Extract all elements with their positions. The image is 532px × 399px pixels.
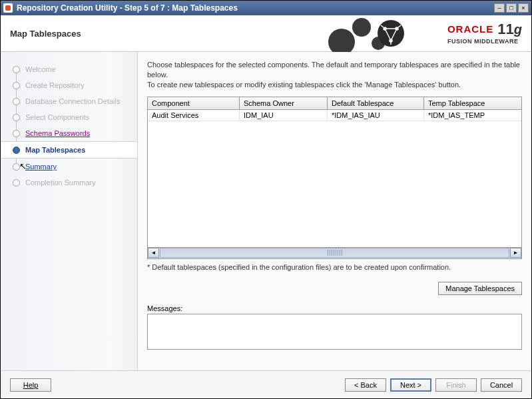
step-create-repository: Create Repository: [1, 77, 137, 93]
maximize-button[interactable]: □: [506, 3, 517, 13]
cursor-icon: ↖: [19, 161, 27, 171]
logo-brand: ORACLE: [447, 23, 493, 35]
scroll-right-icon[interactable]: ►: [510, 248, 521, 258]
step-dot-icon: [13, 66, 20, 73]
step-completion-summary: Completion Summary: [1, 175, 137, 191]
th-schema-owner[interactable]: Schema Owner: [240, 97, 328, 109]
cell-component: Audit Services: [148, 110, 240, 121]
svg-point-0: [328, 29, 355, 52]
step-dot-icon: [13, 179, 20, 187]
window-title: Repository Creation Utility - Step 5 of …: [17, 3, 494, 13]
th-default-tablespace[interactable]: Default Tablespace: [328, 97, 424, 109]
step-dot-icon: [13, 98, 20, 105]
table-header-row: Component Schema Owner Default Tablespac…: [148, 97, 521, 110]
close-button[interactable]: ×: [518, 3, 529, 13]
table-body: Audit Services IDM_IAU *IDM_IAS_IAU *IDM…: [148, 110, 521, 247]
minimize-button[interactable]: –: [494, 3, 505, 13]
wizard-sidebar: ↖ Welcome Create Repository Database Con…: [1, 52, 138, 370]
step-dot-icon: [13, 147, 20, 154]
page-title: Map Tablespaces: [10, 29, 81, 39]
next-button[interactable]: Next >: [390, 378, 431, 392]
cell-default-ts: *IDM_IAS_IAU: [328, 110, 424, 121]
messages-label: Messages:: [147, 304, 522, 312]
scroll-left-icon[interactable]: ◄: [148, 248, 159, 258]
gears-graphic: [305, 15, 425, 52]
table-row[interactable]: Audit Services IDM_IAU *IDM_IAS_IAU *IDM…: [148, 110, 521, 121]
step-schema-passwords[interactable]: Schema Passwords: [1, 125, 137, 141]
th-component[interactable]: Component: [148, 97, 240, 109]
step-welcome: Welcome: [1, 61, 137, 77]
instructions: Choose tablespaces for the selected comp…: [147, 60, 522, 90]
main: ↖ Welcome Create Repository Database Con…: [1, 52, 531, 370]
cell-temp-ts: *IDM_IAS_TEMP: [424, 110, 521, 121]
step-dot-icon: [13, 130, 20, 137]
manage-row: Manage Tablespaces: [147, 282, 522, 295]
window-controls: – □ ×: [494, 3, 529, 13]
scroll-grip-icon: [328, 250, 342, 256]
scroll-track[interactable]: [160, 248, 509, 258]
footer: Help < Back Next > Finish Cancel: [1, 370, 531, 398]
back-button[interactable]: < Back: [345, 378, 386, 392]
step-dot-icon: [13, 82, 20, 89]
th-temp-tablespace[interactable]: Temp Tablespace: [424, 97, 521, 109]
titlebar: Repository Creation Utility - Step 5 of …: [1, 1, 531, 15]
step-map-tablespaces: Map Tablespaces: [1, 141, 137, 159]
finish-button: Finish: [435, 378, 477, 392]
help-button[interactable]: Help: [10, 378, 51, 392]
svg-point-1: [352, 18, 371, 37]
horizontal-scrollbar[interactable]: ◄ ►: [148, 247, 521, 258]
oracle-logo: ORACLE11g FUSION MIDDLEWARE: [447, 21, 522, 45]
step-db-connection: Database Connection Details: [1, 93, 137, 109]
tablespace-table: Component Schema Owner Default Tablespac…: [147, 97, 522, 259]
java-icon: [3, 3, 13, 13]
step-dot-icon: [13, 114, 20, 121]
footnote: * Default tablespaces (specified in the …: [147, 263, 522, 271]
header-bar: Map Tablespaces ORACLE11g FUSION MIDDLEW…: [1, 15, 531, 52]
cell-owner: IDM_IAU: [240, 110, 328, 121]
messages-box[interactable]: [147, 314, 522, 350]
content-pane: Choose tablespaces for the selected comp…: [138, 52, 531, 370]
logo-subtitle: FUSION MIDDLEWARE: [447, 38, 522, 45]
cancel-button[interactable]: Cancel: [481, 378, 522, 392]
step-select-components: Select Components: [1, 109, 137, 125]
manage-tablespaces-button[interactable]: Manage Tablespaces: [438, 282, 522, 295]
